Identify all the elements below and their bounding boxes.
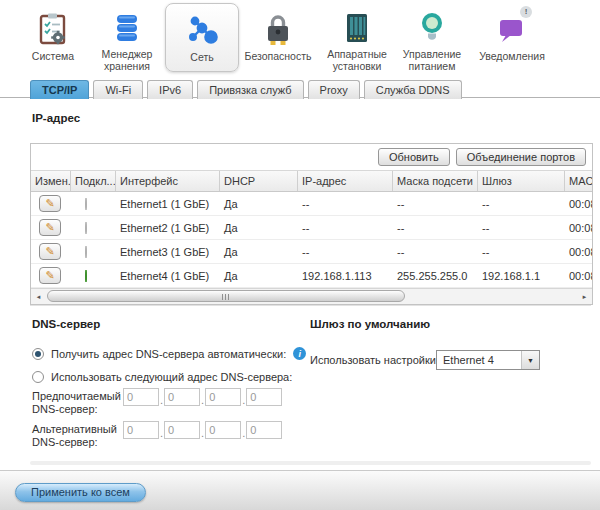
col-header-mask[interactable]: Маска подсети <box>393 171 478 191</box>
edit-button[interactable]: ✎ <box>39 195 61 212</box>
cell-ip: -- <box>298 198 393 210</box>
alternative-octet-1[interactable] <box>123 421 159 439</box>
primary-octet-3[interactable] <box>205 388 241 406</box>
storage-disks-icon <box>112 10 142 46</box>
cell-gateway: -- <box>478 198 565 210</box>
tab-wifi[interactable]: Wi-Fi <box>93 80 143 99</box>
alternative-octet-3[interactable] <box>205 421 241 439</box>
cell-ip: -- <box>298 222 393 234</box>
power-lightbulb-icon <box>417 10 447 46</box>
alternative-dns-label: Альтернативный DNS-сервер: <box>32 423 132 449</box>
alternative-dns-octets: . . . <box>123 421 282 439</box>
dns-auto-label: Получить адрес DNS-сервера автоматически… <box>51 348 286 360</box>
cell-gateway: 192.168.1.1 <box>478 270 565 282</box>
nav-item-notifications[interactable]: ! Уведомления <box>470 3 554 72</box>
cell-dhcp: Да <box>220 270 298 282</box>
octet-separator: . <box>242 427 245 439</box>
primary-dns-label: Предпочитаемый DNS-сервер: <box>32 390 132 416</box>
ip-table-header: Измен... Подкл... Интерфейс DHCP IP-адре… <box>31 170 592 192</box>
primary-octet-2[interactable] <box>164 388 200 406</box>
network-nodes-icon <box>184 11 220 49</box>
nav-item-label: Система <box>32 50 74 62</box>
col-header-edit[interactable]: Измен... <box>31 171 71 191</box>
edit-button[interactable]: ✎ <box>39 243 61 260</box>
edit-button[interactable]: ✎ <box>39 219 61 236</box>
octet-separator: . <box>201 394 204 406</box>
cell-interface: Ethernet1 (1 GbE) <box>116 198 220 210</box>
nav-item-network[interactable]: Сеть <box>165 3 239 72</box>
nav-item-label: Менеджер хранения <box>89 48 165 72</box>
cell-mac: 00:08 <box>565 222 592 234</box>
nav-item-security[interactable]: Безопасность <box>240 3 316 72</box>
cell-dhcp: Да <box>220 222 298 234</box>
cell-interface: Ethernet2 (1 GbE) <box>116 222 220 234</box>
scrollbar-grip-icon <box>222 294 230 300</box>
octet-separator: . <box>160 427 163 439</box>
col-header-mac[interactable]: MAC- <box>565 171 592 191</box>
cell-mac: 00:08 <box>565 270 592 282</box>
tab-ddns[interactable]: Служба DDNS <box>364 80 462 99</box>
cell-gateway: -- <box>478 222 565 234</box>
col-header-interface[interactable]: Интерфейс <box>116 171 220 191</box>
dns-auto-option[interactable]: Получить адрес DNS-сервера автоматически… <box>32 347 306 360</box>
gateway-interface-select[interactable]: Ethernet 4 ▼ <box>436 350 540 370</box>
chevron-down-icon: ▼ <box>521 351 539 369</box>
col-header-gateway[interactable]: Шлюз <box>478 171 565 191</box>
octet-separator: . <box>201 427 204 439</box>
refresh-button[interactable]: Обновить <box>378 148 450 166</box>
tab-tcpip[interactable]: TCP/IP <box>30 80 89 99</box>
horizontal-scrollbar[interactable]: ◄ ► <box>31 288 592 304</box>
primary-octet-1[interactable] <box>123 388 159 406</box>
col-header-connect[interactable]: Подкл... <box>71 171 116 191</box>
primary-octet-4[interactable] <box>246 388 282 406</box>
section-divider <box>30 305 591 306</box>
edit-button[interactable]: ✎ <box>39 267 61 284</box>
port-trunking-button[interactable]: Объединение портов <box>456 148 586 166</box>
security-lock-icon <box>263 10 293 48</box>
col-header-ip[interactable]: IP-адрес <box>298 171 393 191</box>
footer-bar: Применить ко всем <box>0 470 600 510</box>
apply-to-all-button[interactable]: Применить ко всем <box>15 483 146 502</box>
connection-status-dot <box>85 222 87 234</box>
table-row-ethernet3: ✎ Ethernet3 (1 GbE) Да -- -- -- 00:08 <box>31 240 592 264</box>
scroll-right-arrow-icon[interactable]: ► <box>577 289 592 304</box>
nav-item-system[interactable]: Система <box>15 3 91 72</box>
nav-item-power[interactable]: Управление питанием <box>394 3 470 72</box>
control-panel-network-page: Система Менеджер хранения <box>0 0 600 510</box>
cell-mask: -- <box>393 222 478 234</box>
cell-mask: -- <box>393 246 478 258</box>
tab-proxy[interactable]: Proxy <box>308 80 360 99</box>
radio-unchecked-icon <box>32 371 44 383</box>
nav-item-label: Сеть <box>190 51 213 63</box>
scroll-left-arrow-icon[interactable]: ◄ <box>31 289 46 304</box>
cell-mask: 255.255.255.0 <box>393 270 478 282</box>
cell-mac: 00:08 <box>565 246 592 258</box>
tab-bar: TCP/IP Wi-Fi IPv6 Привязка служб Proxy С… <box>30 80 462 98</box>
scrollbar-thumb[interactable] <box>47 290 405 302</box>
bottom-scroll-track <box>30 461 591 465</box>
dns-manual-option[interactable]: Использовать следующий адрес DNS-сервера… <box>32 371 292 383</box>
octet-separator: . <box>160 394 163 406</box>
nav-item-hardware[interactable]: Аппаратные установки <box>316 3 398 72</box>
cell-dhcp: Да <box>220 198 298 210</box>
col-header-dhcp[interactable]: DHCP <box>220 171 298 191</box>
alternative-octet-2[interactable] <box>164 421 200 439</box>
tab-service-binding[interactable]: Привязка служб <box>197 80 303 99</box>
tab-ipv6[interactable]: IPv6 <box>147 80 193 99</box>
cell-interface: Ethernet4 (1 GbE) <box>116 270 220 282</box>
connection-status-dot <box>85 246 87 258</box>
connection-status-dot <box>85 270 87 282</box>
notification-badge: ! <box>520 6 532 18</box>
table-row-ethernet4: ✎ Ethernet4 (1 GbE) Да 192.168.1.113 255… <box>31 264 592 288</box>
ip-section-title: IP-адрес <box>32 112 80 124</box>
cell-mask: -- <box>393 198 478 210</box>
info-icon[interactable]: i <box>293 347 306 360</box>
cell-ip: 192.168.1.113 <box>298 270 393 282</box>
notifications-chat-icon: ! <box>496 10 528 48</box>
alternative-octet-4[interactable] <box>246 421 282 439</box>
connection-status-dot <box>85 198 87 210</box>
gateway-selected-value: Ethernet 4 <box>443 354 494 366</box>
table-row-ethernet2: ✎ Ethernet2 (1 GbE) Да -- -- -- 00:08 <box>31 216 592 240</box>
ip-table: Обновить Объединение портов Измен... Под… <box>30 143 593 305</box>
nav-item-storage-manager[interactable]: Менеджер хранения <box>89 3 165 72</box>
